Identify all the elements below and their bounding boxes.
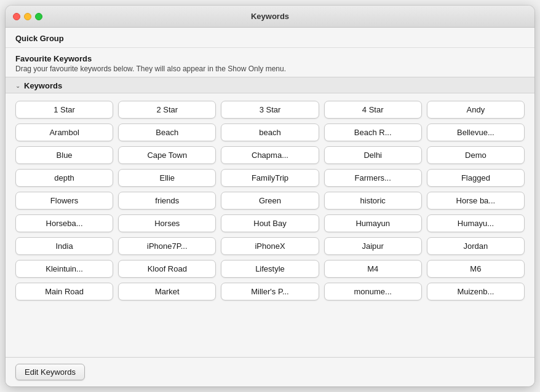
keyword-button[interactable]: Flagged [427, 169, 525, 187]
keyword-button[interactable]: monume... [324, 283, 422, 300]
keyword-button[interactable]: Chapma... [221, 146, 319, 164]
keyword-button[interactable]: 4 Star [324, 101, 422, 119]
keyword-button[interactable]: beach [221, 123, 319, 141]
close-button[interactable] [13, 13, 20, 20]
keyword-button[interactable]: Main Road [15, 283, 113, 300]
keyword-button[interactable]: Green [221, 192, 319, 210]
keyword-button[interactable]: Kloof Road [118, 260, 216, 278]
keyword-button[interactable]: Kleintuin... [15, 260, 113, 278]
keyword-button[interactable]: Bellevue... [427, 123, 525, 141]
keyword-button[interactable]: 3 Star [221, 101, 319, 119]
window-content: Quick Group Favourite Keywords Drag your… [6, 28, 534, 386]
keyword-button[interactable]: Miller's P... [221, 283, 319, 300]
keyword-button[interactable]: Market [118, 283, 216, 300]
quick-group-section: Quick Group [6, 28, 534, 48]
keyword-button[interactable]: Horseba... [15, 214, 113, 232]
keyword-button[interactable]: India [15, 237, 113, 255]
keyword-button[interactable]: Lifestyle [221, 260, 319, 278]
edit-keywords-button[interactable]: Edit Keywords [15, 364, 85, 380]
footer: Edit Keywords [6, 357, 534, 386]
keywords-section-label: Keywords [24, 81, 62, 90]
keywords-grid-container: 1 Star2 Star3 Star4 StarAndyArambolBeach… [6, 93, 534, 357]
maximize-button[interactable] [35, 13, 42, 20]
keywords-window: Keywords Quick Group Favourite Keywords … [6, 6, 534, 386]
titlebar: Keywords [6, 6, 534, 28]
window-title: Keywords [251, 12, 289, 21]
keyword-button[interactable]: Flowers [15, 192, 113, 210]
keyword-button[interactable]: Humayu... [427, 214, 525, 232]
keyword-button[interactable]: Horses [118, 214, 216, 232]
keyword-button[interactable]: Blue [15, 146, 113, 164]
keyword-button[interactable]: Andy [427, 101, 525, 119]
keyword-button[interactable]: Farmers... [324, 169, 422, 187]
keyword-button[interactable]: Horse ba... [427, 192, 525, 210]
keyword-button[interactable]: FamilyTrip [221, 169, 319, 187]
keyword-button[interactable]: Hout Bay [221, 214, 319, 232]
keyword-button[interactable]: Muizenb... [427, 283, 525, 300]
keyword-button[interactable]: M6 [427, 260, 525, 278]
traffic-lights [13, 13, 42, 20]
keyword-button[interactable]: iPhone7P... [118, 237, 216, 255]
keyword-button[interactable]: friends [118, 192, 216, 210]
keywords-grid: 1 Star2 Star3 Star4 StarAndyArambolBeach… [15, 101, 525, 300]
quick-group-label: Quick Group [15, 34, 64, 43]
keyword-button[interactable]: M4 [324, 260, 422, 278]
keyword-button[interactable]: Delhi [324, 146, 422, 164]
keyword-button[interactable]: 1 Star [15, 101, 113, 119]
keyword-button[interactable]: iPhoneX [221, 237, 319, 255]
keyword-button[interactable]: Ellie [118, 169, 216, 187]
favourite-keywords-description: Drag your favourite keywords below. They… [15, 65, 525, 73]
favourite-keywords-title: Favourite Keywords [15, 54, 525, 63]
minimize-button[interactable] [24, 13, 31, 20]
keyword-button[interactable]: Jordan [427, 237, 525, 255]
keyword-button[interactable]: Cape Town [118, 146, 216, 164]
keywords-header: ⌄ Keywords [6, 77, 534, 93]
keyword-button[interactable]: Beach R... [324, 123, 422, 141]
keyword-button[interactable]: Beach [118, 123, 216, 141]
keyword-button[interactable]: Jaipur [324, 237, 422, 255]
keyword-button[interactable]: Arambol [15, 123, 113, 141]
keyword-button[interactable]: Demo [427, 146, 525, 164]
chevron-down-icon[interactable]: ⌄ [15, 82, 20, 89]
keyword-button[interactable]: historic [324, 192, 422, 210]
keyword-button[interactable]: Humayun [324, 214, 422, 232]
keyword-button[interactable]: 2 Star [118, 101, 216, 119]
favourite-keywords-section: Favourite Keywords Drag your favourite k… [6, 48, 534, 77]
keyword-button[interactable]: depth [15, 169, 113, 187]
